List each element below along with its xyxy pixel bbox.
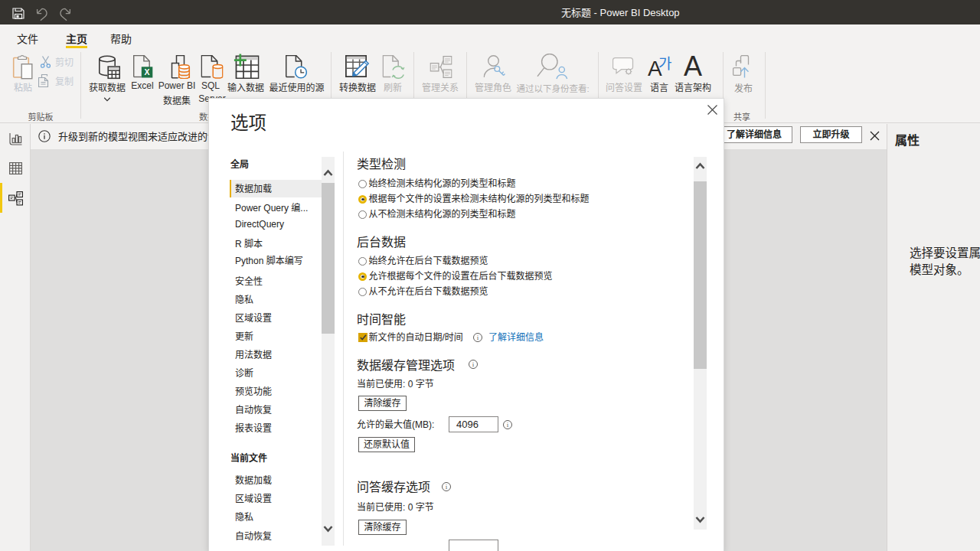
svg-text:X: X — [144, 67, 149, 77]
